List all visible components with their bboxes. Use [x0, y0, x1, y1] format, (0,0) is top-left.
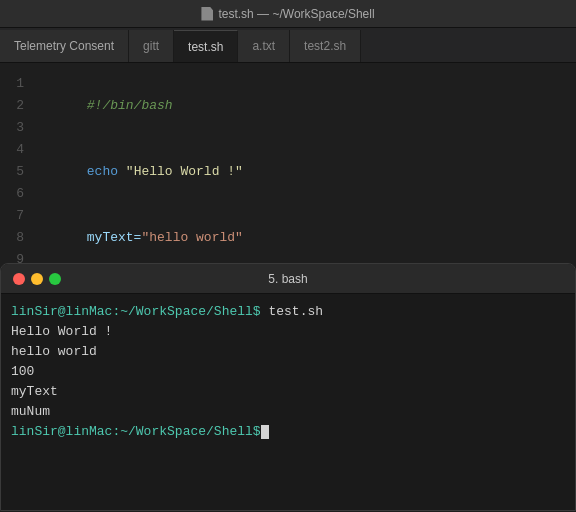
- title-bar: test.sh — ~/WorkSpace/Shell: [0, 0, 576, 28]
- tab-test2sh[interactable]: test2.sh: [290, 30, 361, 62]
- code-editor[interactable]: #!/bin/bash echo "Hello World !" myText=…: [32, 63, 576, 263]
- window-title: test.sh — ~/WorkSpace/Shell: [218, 7, 374, 21]
- tab-telemetry-consent[interactable]: Telemetry Consent: [0, 30, 129, 62]
- line-num: 2: [8, 95, 24, 117]
- tab-testsh[interactable]: test.sh: [174, 30, 238, 62]
- terminal-title: 5. bash: [268, 272, 307, 286]
- terminal-line-command: linSir@linMac:~/WorkSpace/Shell$ test.sh: [11, 302, 565, 322]
- code-line-1: #!/bin/bash: [40, 73, 576, 139]
- tab-gitt[interactable]: gitt: [129, 30, 174, 62]
- line-num: 6: [8, 183, 24, 205]
- code-line-2: echo "Hello World !": [40, 139, 576, 205]
- code-line-3: myText="hello world": [40, 205, 576, 263]
- terminal-title-bar: 5. bash: [1, 264, 575, 294]
- traffic-light-red[interactable]: [13, 273, 25, 285]
- line-num: 1: [8, 73, 24, 95]
- line-numbers: 1 2 3 4 5 6 7 8 9: [0, 63, 32, 263]
- line-num: 3: [8, 117, 24, 139]
- line-num: 5: [8, 161, 24, 183]
- terminal-line-output-1: Hello World !: [11, 322, 565, 342]
- tab-bar: Telemetry Consent gitt test.sh a.txt tes…: [0, 28, 576, 63]
- line-num: 7: [8, 205, 24, 227]
- terminal-line-prompt-final: linSir@linMac:~/WorkSpace/Shell$: [11, 422, 565, 442]
- editor-area: 1 2 3 4 5 6 7 8 9 #!/bin/bash echo "Hell…: [0, 63, 576, 263]
- traffic-light-yellow[interactable]: [31, 273, 43, 285]
- traffic-lights: [13, 273, 61, 285]
- terminal-content[interactable]: linSir@linMac:~/WorkSpace/Shell$ test.sh…: [1, 294, 575, 510]
- tab-atxt[interactable]: a.txt: [238, 30, 290, 62]
- terminal-line-output-5: muNum: [11, 402, 565, 422]
- line-num: 8: [8, 227, 24, 249]
- cursor: [261, 425, 269, 439]
- file-icon: [201, 7, 213, 21]
- terminal-window: 5. bash linSir@linMac:~/WorkSpace/Shell$…: [0, 263, 576, 511]
- terminal-line-output-4: myText: [11, 382, 565, 402]
- traffic-light-green[interactable]: [49, 273, 61, 285]
- line-num: 9: [8, 249, 24, 263]
- terminal-line-output-3: 100: [11, 362, 565, 382]
- terminal-line-output-2: hello world: [11, 342, 565, 362]
- line-num: 4: [8, 139, 24, 161]
